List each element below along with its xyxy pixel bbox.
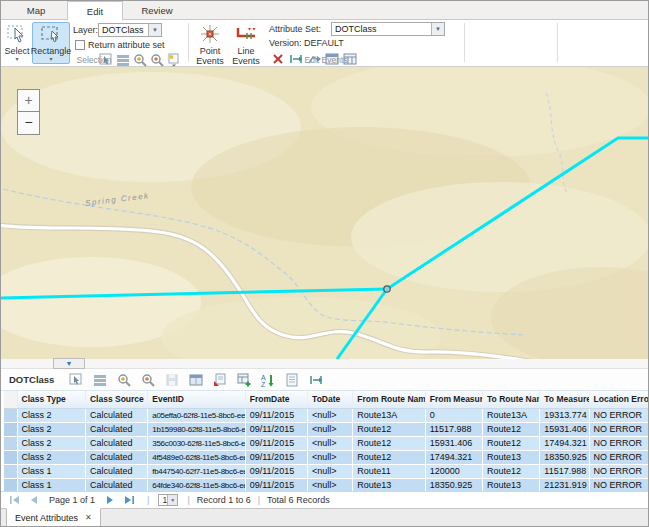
save-icon[interactable] — [164, 372, 180, 388]
cell[interactable]: Class 1 — [17, 464, 85, 478]
cell[interactable]: Route13A — [483, 408, 540, 422]
column-header[interactable]: Class Source — [85, 391, 147, 408]
cell[interactable]: 09/11/2015 — [245, 408, 307, 422]
column-header[interactable]: To Measure — [540, 391, 589, 408]
tab-event-attributes[interactable]: Event Attributes ✕ — [6, 508, 101, 527]
show-all-records-icon[interactable] — [92, 372, 108, 388]
cell[interactable]: Route11 — [353, 464, 425, 478]
cell[interactable]: <null> — [308, 436, 353, 450]
table-row[interactable]: Class 2Calculateda05effa0-62f8-11e5-8bc6… — [4, 408, 649, 422]
cell[interactable]: <null> — [308, 464, 353, 478]
cell[interactable]: 09/11/2015 — [245, 478, 307, 491]
zoom-to-selected-icon[interactable] — [116, 372, 132, 388]
cell[interactable]: fb447540-62f7-11e5-8bc6-ee32641d5ec9 — [148, 464, 246, 478]
column-header[interactable]: From Measure — [425, 391, 482, 408]
tab-review[interactable]: Review — [127, 1, 187, 20]
select-records-icon[interactable] — [68, 372, 84, 388]
cell[interactable]: 11517.988 — [425, 422, 482, 436]
map-view[interactable]: Spring Creek + − — [1, 67, 649, 359]
return-attribute-set-checkbox[interactable] — [75, 40, 85, 50]
cell[interactable]: NO ERROR — [589, 464, 648, 478]
cell[interactable]: 15931.406 — [540, 422, 589, 436]
cell[interactable]: 17494.321 — [540, 436, 589, 450]
cell[interactable]: <null> — [308, 478, 353, 491]
cell[interactable]: NO ERROR — [589, 450, 648, 464]
measure-split-icon[interactable] — [308, 372, 324, 388]
column-header[interactable]: FromDate — [245, 391, 307, 408]
column-header[interactable]: EventID — [148, 391, 246, 408]
row-selector[interactable] — [4, 450, 17, 464]
cell[interactable]: a05effa0-62f8-11e5-8bc6-ee32641d5ec9 — [148, 408, 246, 422]
cell[interactable]: 0 — [425, 408, 482, 422]
export-records-icon[interactable] — [212, 372, 228, 388]
cell[interactable]: 17494.321 — [425, 450, 482, 464]
tab-edit[interactable]: Edit — [67, 1, 123, 21]
cell[interactable]: Calculated — [85, 422, 147, 436]
cell[interactable]: 356c0030-62f8-11e5-8bc6-ee32641d5ec9 — [148, 436, 246, 450]
cell[interactable]: <null> — [308, 422, 353, 436]
cell[interactable]: Route13A — [353, 408, 425, 422]
row-selector[interactable] — [4, 422, 17, 436]
cell[interactable]: 1b159980-62f8-11e5-8bc6-ee32641d5ec9 — [148, 422, 246, 436]
cell[interactable]: Route13 — [353, 478, 425, 491]
column-header[interactable]: From Route Name — [353, 391, 425, 408]
tab-map[interactable]: Map — [9, 1, 63, 20]
page-number-arrow-icon[interactable]: ▼ — [167, 495, 177, 505]
append-records-icon[interactable] — [236, 372, 252, 388]
cell[interactable]: Route13 — [483, 450, 540, 464]
cell[interactable]: NO ERROR — [589, 478, 648, 491]
cell[interactable]: 15931.406 — [425, 436, 482, 450]
sort-records-icon[interactable]: AZ — [260, 372, 276, 388]
cell[interactable]: Calculated — [85, 464, 147, 478]
row-selector[interactable] — [4, 464, 17, 478]
attribute-window-icon[interactable] — [188, 372, 204, 388]
pan-to-selected-icon[interactable] — [140, 372, 156, 388]
layer-dropdown-arrow-icon[interactable]: ▼ — [148, 24, 161, 36]
cell[interactable]: Route12 — [483, 422, 540, 436]
column-header[interactable]: ToDate — [308, 391, 353, 408]
cell[interactable]: Route12 — [483, 464, 540, 478]
cell[interactable]: Calculated — [85, 436, 147, 450]
cell[interactable]: 11517.988 — [540, 464, 589, 478]
cell[interactable]: 09/11/2015 — [245, 422, 307, 436]
table-row[interactable]: Class 1Calculated64fde340-62f8-11e5-8bc6… — [4, 478, 649, 491]
cell[interactable]: 120000 — [425, 464, 482, 478]
cell[interactable]: Calculated — [85, 478, 147, 491]
cell[interactable]: NO ERROR — [589, 422, 648, 436]
last-page-button[interactable] — [124, 495, 135, 505]
record-form-icon[interactable] — [284, 372, 300, 388]
table-row[interactable]: Class 2Calculated1b159980-62f8-11e5-8bc6… — [4, 422, 649, 436]
layer-dropdown[interactable]: DOTClass ▼ — [98, 23, 162, 37]
cell[interactable]: 18350.925 — [540, 450, 589, 464]
cell[interactable]: 4f5489e0-62f8-11e5-8bc6-ee32641d5ec9 — [148, 450, 246, 464]
table-row[interactable]: Class 2Calculated4f5489e0-62f8-11e5-8bc6… — [4, 450, 649, 464]
cell[interactable]: Route12 — [483, 436, 540, 450]
cell[interactable]: Calculated — [85, 408, 147, 422]
attribute-set-dropdown-arrow-icon[interactable]: ▼ — [431, 23, 444, 35]
cell[interactable]: 19313.774 — [540, 408, 589, 422]
zoom-out-button[interactable]: − — [17, 112, 40, 135]
table-row[interactable]: Class 2Calculated356c0030-62f8-11e5-8bc6… — [4, 436, 649, 450]
column-header[interactable]: Location Error — [589, 391, 648, 408]
row-selector[interactable] — [4, 478, 17, 491]
row-selector[interactable] — [4, 408, 17, 422]
cell[interactable]: Calculated — [85, 450, 147, 464]
cell[interactable]: NO ERROR — [589, 436, 648, 450]
cell[interactable]: Class 2 — [17, 436, 85, 450]
next-page-button[interactable] — [106, 495, 114, 505]
cell[interactable]: 21231.919 — [540, 478, 589, 491]
cell[interactable]: Class 2 — [17, 450, 85, 464]
cell[interactable]: Class 1 — [17, 478, 85, 491]
cell[interactable]: NO ERROR — [589, 408, 648, 422]
cell[interactable]: 09/11/2015 — [245, 450, 307, 464]
cell[interactable]: Route12 — [353, 422, 425, 436]
zoom-in-button[interactable]: + — [17, 89, 40, 112]
cell[interactable]: Route13 — [483, 478, 540, 491]
first-page-button[interactable] — [9, 495, 20, 505]
cell[interactable]: <null> — [308, 408, 353, 422]
cell[interactable]: 09/11/2015 — [245, 436, 307, 450]
cell[interactable]: Route12 — [353, 450, 425, 464]
cell[interactable]: <null> — [308, 450, 353, 464]
attribute-set-dropdown[interactable]: DOTClass ▼ — [331, 22, 445, 36]
route-vertex-marker[interactable] — [384, 286, 390, 292]
